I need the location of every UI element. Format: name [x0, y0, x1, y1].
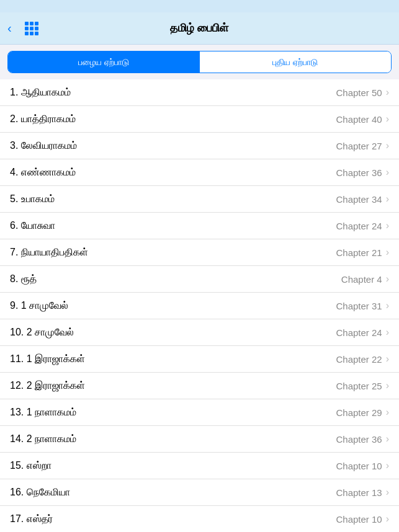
chevron-icon: ›	[386, 407, 389, 418]
chevron-icon: ›	[386, 220, 389, 231]
segment-new-testament[interactable]: புதிய ஏற்பாடு	[200, 51, 392, 73]
chevron-icon: ›	[386, 433, 389, 445]
book-chapter-info: Chapter 4›	[341, 273, 389, 285]
book-name: 6. யோசுவா	[10, 220, 336, 231]
chapter-label: Chapter 29	[336, 407, 382, 418]
chapter-label: Chapter 10	[336, 514, 382, 525]
chapter-label: Chapter 40	[336, 114, 382, 125]
chapter-label: Chapter 36	[336, 434, 382, 445]
list-item[interactable]: 4. எண்ணாகமம்Chapter 36›	[0, 159, 399, 186]
book-chapter-info: Chapter 22›	[336, 353, 389, 365]
book-chapter-info: Chapter 10›	[336, 460, 389, 471]
chevron-icon: ›	[386, 87, 389, 98]
chapter-label: Chapter 25	[336, 381, 382, 391]
chapter-label: Chapter 24	[336, 221, 382, 231]
book-name: 17. எஸ்தர்	[10, 513, 336, 525]
book-name: 1. ஆதியாகமம்	[10, 87, 336, 98]
page-title: தமிழ் பைபிள்	[170, 22, 228, 35]
chevron-icon: ›	[386, 353, 389, 365]
chevron-icon: ›	[386, 300, 389, 311]
book-name: 15. எஸ்றா	[10, 460, 336, 471]
book-name: 9. 1 சாமுவேல்	[10, 300, 336, 311]
book-name: 5. உபாகமம்	[10, 193, 336, 205]
status-bar	[0, 0, 399, 12]
book-chapter-info: Chapter 10›	[336, 513, 389, 525]
list-item[interactable]: 17. எஸ்தர்Chapter 10›	[0, 506, 399, 532]
list-item[interactable]: 6. யோசுவாChapter 24›	[0, 213, 399, 239]
chevron-icon: ›	[386, 327, 389, 338]
list-item[interactable]: 2. யாத்திராகமம்Chapter 40›	[0, 106, 399, 133]
list-item[interactable]: 7. நியாயாதிபதிகள்Chapter 21›	[0, 239, 399, 266]
list-item[interactable]: 13. 1 நாளாகமம்Chapter 29›	[0, 399, 399, 426]
book-name: 3. லேவியராகமம்	[10, 140, 336, 151]
chevron-icon: ›	[386, 380, 389, 391]
chapter-label: Chapter 10	[336, 461, 382, 471]
chevron-icon: ›	[386, 460, 389, 471]
book-chapter-info: Chapter 13›	[336, 487, 389, 498]
list-item[interactable]: 8. ரூத்Chapter 4›	[0, 266, 399, 293]
chapter-label: Chapter 27	[336, 141, 382, 151]
list-item[interactable]: 11. 1 இராஜாக்கள்Chapter 22›	[0, 346, 399, 373]
chevron-icon: ›	[386, 167, 389, 178]
chapter-label: Chapter 4	[341, 274, 382, 285]
list-item[interactable]: 12. 2 இராஜாக்கள்Chapter 25›	[0, 373, 399, 399]
book-chapter-info: Chapter 24›	[336, 220, 389, 231]
chapter-label: Chapter 36	[336, 167, 382, 178]
chevron-icon: ›	[386, 247, 389, 258]
chapter-label: Chapter 21	[336, 247, 382, 258]
chapter-label: Chapter 22	[336, 354, 382, 365]
back-icon: ‹	[7, 21, 12, 35]
chapter-label: Chapter 13	[336, 487, 382, 498]
book-chapter-info: Chapter 40›	[336, 113, 389, 125]
book-chapter-info: Chapter 29›	[336, 407, 389, 418]
book-chapter-info: Chapter 27›	[336, 140, 389, 151]
list-item[interactable]: 10. 2 சாமுவேல்Chapter 24›	[0, 319, 399, 346]
segment-control: பழைய ஏற்பாடு புதிய ஏற்பாடு	[7, 51, 392, 73]
chapter-label: Chapter 34	[336, 194, 382, 205]
book-name: 16. நெகேமியா	[10, 487, 336, 498]
chevron-icon: ›	[386, 193, 389, 205]
chevron-icon: ›	[386, 487, 389, 498]
list-item[interactable]: 16. நெகேமியாChapter 13›	[0, 479, 399, 506]
book-chapter-info: Chapter 36›	[336, 167, 389, 178]
book-name: 12. 2 இராஜாக்கள்	[10, 380, 336, 391]
chevron-icon: ›	[386, 273, 389, 285]
book-chapter-info: Chapter 21›	[336, 247, 389, 258]
book-name: 11. 1 இராஜாக்கள்	[10, 353, 336, 365]
chevron-icon: ›	[386, 140, 389, 151]
list-item[interactable]: 15. எஸ்றாChapter 10›	[0, 453, 399, 479]
book-name: 7. நியாயாதிபதிகள்	[10, 247, 336, 258]
books-list: 1. ஆதியாகமம்Chapter 50›2. யாத்திராகமம்Ch…	[0, 79, 399, 532]
nav-bar: ‹ தமிழ் பைபிள்	[0, 12, 399, 45]
list-item[interactable]: 1. ஆதியாகமம்Chapter 50›	[0, 79, 399, 106]
book-chapter-info: Chapter 50›	[336, 87, 389, 98]
chapter-label: Chapter 24	[336, 327, 382, 338]
chapter-label: Chapter 31	[336, 301, 382, 311]
book-name: 14. 2 நாளாகமம்	[10, 433, 336, 445]
book-name: 2. யாத்திராகமம்	[10, 113, 336, 125]
list-item[interactable]: 14. 2 நாளாகமம்Chapter 36›	[0, 426, 399, 453]
chevron-icon: ›	[386, 513, 389, 525]
chevron-icon: ›	[386, 113, 389, 125]
book-name: 13. 1 நாளாகமம்	[10, 407, 336, 418]
book-chapter-info: Chapter 24›	[336, 327, 389, 338]
book-name: 10. 2 சாமுவேல்	[10, 327, 336, 338]
grid-button[interactable]	[25, 22, 38, 35]
book-chapter-info: Chapter 25›	[336, 380, 389, 391]
list-item[interactable]: 5. உபாகமம்Chapter 34›	[0, 186, 399, 213]
chapter-label: Chapter 50	[336, 87, 382, 98]
book-name: 8. ரூத்	[10, 273, 341, 285]
book-name: 4. எண்ணாகமம்	[10, 167, 336, 178]
book-chapter-info: Chapter 34›	[336, 193, 389, 205]
segment-old-testament[interactable]: பழைய ஏற்பாடு	[8, 51, 200, 73]
book-chapter-info: Chapter 36›	[336, 433, 389, 445]
list-item[interactable]: 9. 1 சாமுவேல்Chapter 31›	[0, 293, 399, 319]
back-button[interactable]: ‹	[7, 21, 12, 35]
book-chapter-info: Chapter 31›	[336, 300, 389, 311]
list-item[interactable]: 3. லேவியராகமம்Chapter 27›	[0, 133, 399, 159]
